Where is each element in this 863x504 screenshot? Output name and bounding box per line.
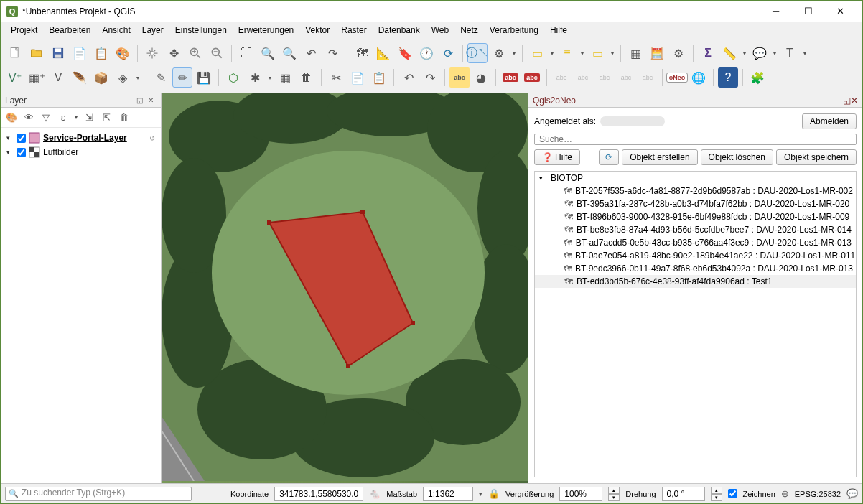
tree-item[interactable]: 🗺BT-ad7acdd5-0e5b-43cc-b935-c766aa4f3ec9…	[535, 236, 856, 249]
layer-collapse-icon[interactable]: ⇱	[98, 110, 114, 126]
rot-spinner[interactable]: ▴▾	[711, 487, 722, 501]
action-icon[interactable]: ⚙	[489, 43, 509, 63]
new-shapefile-icon[interactable]: V	[48, 67, 68, 88]
locator-search-input[interactable]: Zu suchender Typ (Strg+K)	[5, 487, 192, 501]
maptips-dropdown-icon[interactable]: ▾	[771, 43, 778, 63]
tree-item[interactable]: 🗺BT-f896b603-9000-4328-915e-6bf49e88fdcb…	[535, 210, 856, 223]
new-project-icon[interactable]	[5, 43, 25, 63]
identify-icon[interactable]: ⓘ↖	[467, 43, 488, 63]
layer-style-icon[interactable]: 🎨	[4, 110, 19, 126]
tree-arrow-icon[interactable]: ▾	[6, 134, 14, 141]
add-feature-icon[interactable]: ⬡	[223, 67, 243, 88]
zoom-selection-icon[interactable]: 🔍	[258, 43, 278, 63]
tree-item[interactable]: 🗺BT-9edc3966-0b11-49a7-8f68-eb6d53b4092a…	[535, 262, 856, 275]
label-toolbar-icon[interactable]: abc	[449, 67, 470, 88]
object-tree[interactable]: ▾ BIOTOP 🗺BT-2057f535-a6dc-4a81-8877-2d9…	[534, 171, 857, 477]
zoom-full-icon[interactable]: ⛶	[236, 43, 256, 63]
layer-item[interactable]: ▾ Service-Portal-Layer ↺	[4, 131, 158, 145]
new-map-view-icon[interactable]: 🗺	[352, 43, 372, 63]
tree-item[interactable]: 🗺BT-395a31fa-287c-428b-a0b3-d74bfa7f62bb…	[535, 197, 856, 210]
minimize-button[interactable]: ─	[760, 1, 792, 22]
layer-add-group-icon[interactable]: 👁	[21, 110, 37, 126]
scale-dropdown-icon[interactable]: ▾	[479, 490, 482, 498]
current-edits-icon[interactable]: ✎	[151, 67, 171, 88]
deselect-dropdown-icon[interactable]: ▾	[609, 43, 616, 63]
action-dropdown-icon[interactable]: ▾	[510, 43, 518, 63]
deselect-icon[interactable]: ▭	[587, 43, 607, 63]
processing-toolbox-icon[interactable]: ⚙	[668, 43, 689, 63]
search-input[interactable]	[534, 134, 857, 145]
close-button[interactable]: ✕	[824, 1, 857, 22]
coord-toggle-icon[interactable]: 🐁	[369, 488, 381, 499]
tree-root[interactable]: ▾ BIOTOP	[535, 172, 856, 185]
zoom-out-icon[interactable]: −	[207, 43, 227, 63]
delete-selected-icon[interactable]: 🗑	[297, 67, 317, 88]
change-label-icon[interactable]: abc	[616, 67, 636, 88]
crs-label[interactable]: EPSG:25832	[795, 490, 841, 498]
field-calculator-icon[interactable]: 🧮	[647, 43, 667, 63]
map-tips-icon[interactable]: 💬	[750, 43, 770, 63]
layout-manager-icon[interactable]: 📋	[91, 43, 111, 63]
layer-expand-icon[interactable]: ⇲	[81, 110, 97, 126]
new-print-layout-icon[interactable]: 📄	[70, 43, 90, 63]
crs-icon[interactable]: ⊕	[781, 488, 789, 499]
rotate-label-icon[interactable]: abc	[594, 67, 615, 88]
panel-close-icon[interactable]: ✕	[851, 95, 858, 106]
messages-icon[interactable]: 💬	[846, 488, 858, 499]
tree-item[interactable]: 🗺BT-2057f535-a6dc-4a81-8877-2d9b6d9587ab…	[535, 185, 856, 197]
tree-item[interactable]: 🗺BT-be8e3fb8-87a4-4d93-b56d-5ccfdbe7bee7…	[535, 223, 856, 236]
save-edits-icon[interactable]: 💾	[194, 67, 214, 88]
vertex-tool-icon[interactable]: ✱	[245, 67, 265, 88]
label-properties-icon[interactable]: abc	[638, 67, 658, 88]
menu-bearbeiten[interactable]: Bearbeiten	[43, 23, 96, 37]
menu-projekt[interactable]: Projekt	[5, 23, 43, 37]
menu-raster[interactable]: Raster	[335, 23, 372, 37]
new-geopackage-icon[interactable]: 📦	[91, 67, 111, 88]
menu-verarbeitung[interactable]: Verarbeitung	[484, 23, 544, 37]
panel-close-icon[interactable]: ✕	[145, 95, 157, 106]
text-annotation-icon[interactable]: T	[780, 43, 800, 63]
add-vector-icon[interactable]: V⁺	[5, 67, 25, 88]
vertex-dropdown-icon[interactable]: ▾	[266, 67, 274, 88]
panel-undock-icon[interactable]: ◱	[843, 95, 851, 106]
new-layer-dropdown-icon[interactable]: ▾	[134, 67, 141, 88]
mag-spinner[interactable]: ▴▾	[608, 487, 620, 501]
help-button[interactable]: ❓Hilfe	[534, 149, 580, 165]
refresh-icon[interactable]: ⟳	[438, 43, 458, 63]
save-object-button[interactable]: Objekt speichern	[776, 149, 857, 165]
measure-icon[interactable]: 📏	[719, 43, 740, 63]
menu-layer[interactable]: Layer	[136, 23, 169, 37]
tree-item[interactable]: 🗺BT-0ae7e054-a819-48bc-90e2-189b4e41ae22…	[535, 249, 856, 262]
pan-icon[interactable]	[142, 43, 162, 63]
temporal-controller-icon[interactable]: 🕐	[416, 43, 437, 63]
refresh-button[interactable]: ⟳	[599, 149, 619, 165]
menu-einstellungen[interactable]: Einstellungen	[169, 23, 233, 37]
pin-label-icon[interactable]: abc	[522, 67, 542, 88]
new-virtual-icon[interactable]: ◈	[113, 67, 133, 88]
pan-to-selection-icon[interactable]: ✥	[164, 43, 184, 63]
menu-datenbank[interactable]: Datenbank	[373, 23, 426, 37]
attribute-table-icon[interactable]: ▦	[625, 43, 645, 63]
add-raster-icon[interactable]: ▦⁺	[27, 67, 47, 88]
diagram-icon[interactable]: ◕	[471, 67, 491, 88]
statistics-icon[interactable]: Σ	[698, 43, 718, 63]
logout-button[interactable]: Abmelden	[802, 113, 857, 129]
menu-ansicht[interactable]: Ansicht	[96, 23, 136, 37]
map-canvas[interactable]	[162, 93, 528, 483]
layer-filter-icon[interactable]: ε	[55, 110, 71, 126]
tree-arrow-icon[interactable]: ▾	[6, 149, 14, 156]
scale-field[interactable]: 1:1362	[423, 487, 473, 501]
filter-dropdown-icon[interactable]: ▾	[73, 108, 80, 128]
layer-remove-icon[interactable]: 🗑	[116, 110, 131, 126]
coord-field[interactable]: 341783.1,5580530.0	[274, 487, 363, 501]
toggle-editing-icon[interactable]: ✏	[172, 67, 192, 88]
zoom-next-icon[interactable]: ↷	[322, 43, 342, 63]
cut-features-icon[interactable]: ✂	[326, 67, 346, 88]
layer-item[interactable]: ▾ Luftbilder	[4, 145, 158, 159]
new-spatialite-icon[interactable]: 🪶	[70, 67, 90, 88]
help-icon[interactable]: ?	[718, 67, 738, 88]
layers-tree[interactable]: ▾ Service-Portal-Layer ↺ ▾ Luftbilder	[1, 128, 161, 483]
zoom-layer-icon[interactable]: 🔍	[279, 43, 299, 63]
modify-attributes-icon[interactable]: ▦	[275, 67, 295, 88]
select-by-value-icon[interactable]: ≡	[557, 43, 577, 63]
